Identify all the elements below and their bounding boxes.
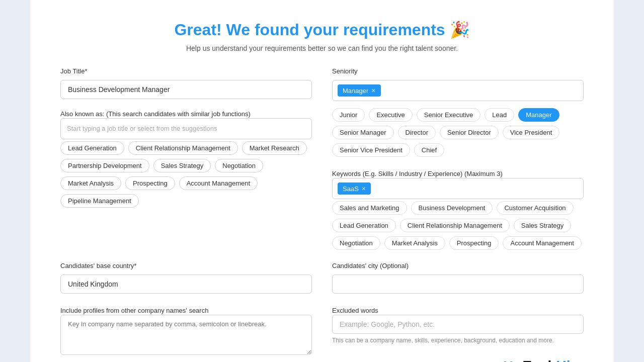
keyword-selected-tag[interactable]: SaaS ×: [338, 183, 371, 195]
seniority-option[interactable]: Senior Manager: [332, 126, 394, 139]
base-country-section: Candidates' base country* Include profil…: [60, 262, 312, 357]
keyword-suggestion-item[interactable]: Sales Strategy: [514, 219, 572, 232]
also-known-tag-item[interactable]: Negotiation: [215, 159, 263, 172]
logo-each: Each: [523, 358, 556, 362]
page-subtitle: Help us understand your requirements bet…: [60, 44, 584, 52]
form-grid: Job Title* Also known as: (This search c…: [60, 67, 584, 357]
company-profiles-label: Include profiles from other company name…: [60, 307, 208, 314]
also-known-tag-item[interactable]: Sales Strategy: [153, 159, 211, 172]
job-title-input[interactable]: [60, 80, 312, 99]
keyword-suggestion-item[interactable]: Client Relationship Management: [400, 219, 510, 232]
city-label: Candidates' city (Optional): [332, 262, 584, 269]
keyword-suggestion-item[interactable]: Lead Generation: [332, 219, 396, 232]
keywords-input-container[interactable]: SaaS ×: [332, 178, 584, 199]
seniority-option[interactable]: Manager: [518, 108, 559, 122]
also-known-input-container[interactable]: Start typing a job title or select from …: [60, 118, 312, 139]
seniority-option[interactable]: Director: [398, 126, 436, 139]
seniority-selected-value: Manager: [343, 87, 368, 95]
company-profiles-section: Include profiles from other company name…: [60, 306, 312, 357]
excluded-words-label: Excluded words: [332, 307, 378, 314]
also-known-tag-item[interactable]: Partnership Development: [60, 159, 149, 172]
seniority-option[interactable]: Senior Vice President: [332, 143, 410, 157]
also-known-tag-item[interactable]: Market Analysis: [60, 176, 121, 190]
seniority-option[interactable]: Senior Executive: [417, 108, 481, 122]
city-section: Candidates' city (Optional) Excluded wor…: [332, 262, 584, 357]
seniority-options-list: JuniorExecutiveSenior ExecutiveLeadManag…: [332, 108, 584, 157]
keyword-suggestion-item[interactable]: Sales and Marketing: [332, 201, 407, 215]
excluded-words-input[interactable]: [332, 315, 584, 334]
keyword-suggestion-item[interactable]: Customer Acquisition: [497, 201, 573, 215]
logo-text: EachHire: [523, 358, 584, 362]
also-known-tags-list: Lead GenerationClient Relationship Manag…: [60, 141, 312, 208]
keyword-selected-value: SaaS: [343, 185, 359, 193]
seniority-remove-icon[interactable]: ×: [371, 87, 375, 94]
keyword-suggestion-item[interactable]: Negotiation: [332, 236, 380, 250]
seniority-option[interactable]: Lead: [485, 108, 514, 122]
also-known-section: Also known as: (This search candidates w…: [60, 109, 312, 208]
also-known-tag-item[interactable]: Pipeline Management: [60, 194, 139, 208]
eachhire-logo-icon: H: [502, 357, 520, 362]
seniority-option[interactable]: Senior Director: [440, 126, 499, 139]
keyword-suggestions-list: Sales and MarketingBusiness DevelopmentC…: [332, 201, 584, 250]
keywords-label: Keywords (E.g. Skills / Industry / Exper…: [332, 170, 503, 177]
page-container: Great! We found your requirements 🎉 Help…: [30, 0, 614, 362]
seniority-option[interactable]: Chief: [414, 143, 444, 157]
page-title: Great! We found your requirements 🎉: [60, 20, 584, 39]
seniority-option[interactable]: Vice President: [503, 126, 560, 139]
svg-text:H: H: [503, 358, 513, 362]
seniority-section: Seniority Manager × JuniorExecutiveSenio…: [332, 67, 584, 250]
job-title-label: Job Title*: [60, 67, 312, 75]
excluded-words-section: Excluded words This can be a company nam…: [332, 306, 584, 344]
job-title-section: Job Title* Also known as: (This search c…: [60, 67, 312, 250]
also-known-tag-item[interactable]: Account Management: [179, 176, 258, 190]
also-known-tag-item[interactable]: Market Research: [242, 141, 307, 155]
keyword-suggestion-item[interactable]: Account Management: [503, 236, 581, 250]
also-known-tag-item[interactable]: Lead Generation: [60, 141, 124, 155]
seniority-selected-container[interactable]: Manager ×: [332, 80, 584, 101]
also-known-label: Also known as: (This search candidates w…: [60, 110, 251, 118]
seniority-selected-tag[interactable]: Manager ×: [338, 84, 381, 97]
keyword-remove-icon[interactable]: ×: [362, 185, 366, 192]
keyword-suggestion-item[interactable]: Market Analysis: [384, 236, 445, 250]
also-known-tag-item[interactable]: Prospecting: [125, 176, 175, 190]
seniority-option[interactable]: Junior: [332, 108, 365, 122]
header: Great! We found your requirements 🎉 Help…: [60, 20, 584, 52]
base-country-input[interactable]: [60, 275, 312, 294]
base-country-label: Candidates' base country*: [60, 262, 312, 269]
company-profiles-input[interactable]: [60, 315, 312, 355]
also-known-placeholder: Start typing a job title or select from …: [66, 123, 306, 135]
seniority-option[interactable]: Executive: [369, 108, 412, 122]
keywords-section: Keywords (E.g. Skills / Industry / Exper…: [332, 169, 584, 250]
excluded-words-hint: This can be a company name, skills, expe…: [332, 337, 584, 344]
logo-hire: Hire: [556, 358, 584, 362]
also-known-tag-item[interactable]: Client Relationship Management: [128, 141, 238, 155]
seniority-label: Seniority: [332, 67, 584, 75]
keyword-suggestion-item[interactable]: Prospecting: [449, 236, 499, 250]
logo-area: H EachHire: [502, 357, 584, 362]
city-input[interactable]: [332, 275, 584, 294]
keyword-suggestion-item[interactable]: Business Development: [411, 201, 493, 215]
